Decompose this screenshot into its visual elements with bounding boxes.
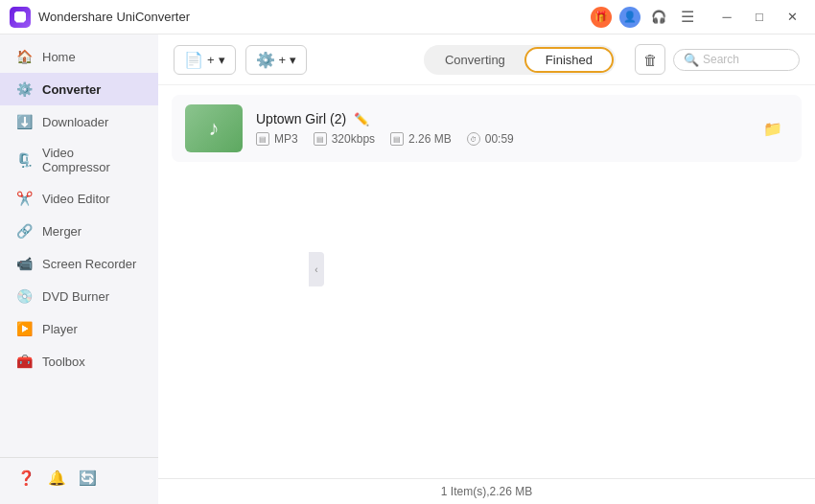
video-compressor-icon: 🗜️ [15,151,33,169]
search-input[interactable] [703,53,789,66]
minimize-button[interactable]: ─ [713,7,740,28]
status-text: 1 Item(s),2.26 MB [441,485,532,498]
file-size: ▤ 2.26 MB [390,132,452,146]
file-info: Uptown Girl (2) ✏️ ▤ MP3 ▤ 320kbps [256,111,744,146]
sync-icon[interactable]: 🔄 [77,468,98,489]
home-icon: 🏠 [15,48,33,65]
maximize-button[interactable]: □ [746,7,773,28]
sidebar-item-home[interactable]: 🏠 Home [0,40,158,73]
sidebar-label-home: Home [42,50,76,64]
content-area: 📄 + ▾ ⚙️ + ▾ Converting Finished 🗑 🔍 [158,34,815,504]
file-duration: ⏱ 00:59 [467,132,514,146]
add-file-button[interactable]: 📄 + ▾ [174,45,236,75]
screen-recorder-icon: 📹 [15,255,33,272]
notifications-icon[interactable]: 🔔 [46,468,67,489]
main-layout: 🏠 Home ⚙️ Converter ⬇️ Downloader 🗜️ Vid… [0,34,815,504]
sidebar-item-dvd-burner[interactable]: 💿 DVD Burner [0,280,158,312]
sidebar-item-video-editor[interactable]: ✂️ Video Editor [0,182,158,215]
player-icon: ▶️ [15,320,33,337]
sidebar-item-toolbox[interactable]: 🧰 Toolbox [0,345,158,378]
collapse-sidebar-button[interactable]: ‹ [309,252,324,286]
sidebar-item-screen-recorder[interactable]: 📹 Screen Recorder [0,247,158,280]
size-icon: ▤ [390,132,404,146]
help-icon[interactable]: ❓ [15,468,36,489]
add-file-icon: 📄 [184,51,203,69]
file-edit-icon[interactable]: ✏️ [354,112,369,126]
clock-icon: ⏱ [467,132,480,146]
toolbar-right: 🗑 🔍 [635,44,800,75]
bitrate-icon: ▤ [314,132,327,146]
user-icon[interactable]: 👤 [619,7,640,28]
duration-value: 00:59 [485,132,514,146]
sidebar-label-player: Player [42,322,78,336]
status-bar: 1 Item(s),2.26 MB [158,478,815,504]
format-icon: ▤ [256,132,269,146]
sidebar-label-merger: Merger [42,224,82,239]
sidebar-label-dvd-burner: DVD Burner [42,289,109,304]
tab-converting[interactable]: Converting [426,49,524,71]
sidebar-item-converter[interactable]: ⚙️ Converter [0,73,158,105]
menu-icon[interactable]: ☰ [677,7,698,28]
add-file-chevron: ▾ [219,53,225,67]
tab-finished[interactable]: Finished [524,47,614,73]
dvd-burner-icon: 💿 [15,287,33,305]
file-name: Uptown Girl (2) [256,111,346,126]
settings-chevron: ▾ [290,53,296,67]
sidebar-label-video-compressor: Video Compressor [42,146,143,174]
toolbox-icon: 🧰 [15,353,33,370]
delete-button[interactable]: 🗑 [635,44,665,75]
search-icon: 🔍 [684,53,699,67]
settings-label: + [279,53,287,67]
close-button[interactable]: ✕ [779,7,805,28]
content-wrapper: ‹ 📄 + ▾ ⚙️ + ▾ Converting Finished [158,34,815,504]
sidebar-item-player[interactable]: ▶️ Player [0,312,158,345]
bitrate-value: 320kbps [332,132,375,146]
file-format: ▤ MP3 [256,132,298,146]
sidebar-label-converter: Converter [42,82,101,97]
sidebar-label-downloader: Downloader [42,115,108,129]
file-thumbnail: ♪ [185,104,243,152]
tab-switcher: Converting Finished [424,45,616,75]
file-meta: ▤ MP3 ▤ 320kbps ▤ 2.26 MB [256,132,744,146]
sidebar-item-merger[interactable]: 🔗 Merger [0,215,158,247]
settings-icon: ⚙️ [256,51,275,69]
app-logo-inner [14,11,26,23]
add-file-label: + [207,53,215,67]
toolbar: 📄 + ▾ ⚙️ + ▾ Converting Finished 🗑 🔍 [158,34,815,85]
file-name-row: Uptown Girl (2) ✏️ [256,111,744,126]
headset-icon[interactable]: 🎧 [648,7,669,28]
sidebar-label-toolbox: Toolbox [42,355,85,369]
sidebar-label-video-editor: Video Editor [42,192,110,206]
merger-icon: 🔗 [15,222,33,240]
sidebar-item-downloader[interactable]: ⬇️ Downloader [0,105,158,138]
file-bitrate: ▤ 320kbps [314,132,375,146]
size-value: 2.26 MB [408,132,452,146]
music-icon: ♪ [209,116,220,141]
title-bar: Wondershare UniConverter 🎁 👤 🎧 ☰ ─ □ ✕ [0,0,815,34]
gift-icon[interactable]: 🎁 [591,7,612,28]
file-list: ♪ Uptown Girl (2) ✏️ ▤ MP3 [158,85,815,478]
open-folder-button[interactable]: 📁 [757,113,788,144]
search-box[interactable]: 🔍 [673,49,800,71]
downloader-icon: ⬇️ [15,113,33,130]
file-action: 📁 [757,113,788,144]
video-editor-icon: ✂️ [15,190,33,207]
table-row: ♪ Uptown Girl (2) ✏️ ▤ MP3 [172,95,802,162]
sidebar-item-video-compressor[interactable]: 🗜️ Video Compressor [0,138,158,182]
app-title: Wondershare UniConverter [38,10,190,24]
sidebar: 🏠 Home ⚙️ Converter ⬇️ Downloader 🗜️ Vid… [0,34,158,504]
title-bar-left: Wondershare UniConverter [10,7,190,28]
sidebar-label-screen-recorder: Screen Recorder [42,257,136,271]
app-logo [10,7,31,28]
settings-button[interactable]: ⚙️ + ▾ [245,45,308,75]
title-bar-icons: 🎁 👤 🎧 ☰ [591,7,698,28]
sidebar-bottom: ❓ 🔔 🔄 [0,457,158,498]
format-value: MP3 [274,132,298,146]
converter-icon: ⚙️ [15,80,33,98]
